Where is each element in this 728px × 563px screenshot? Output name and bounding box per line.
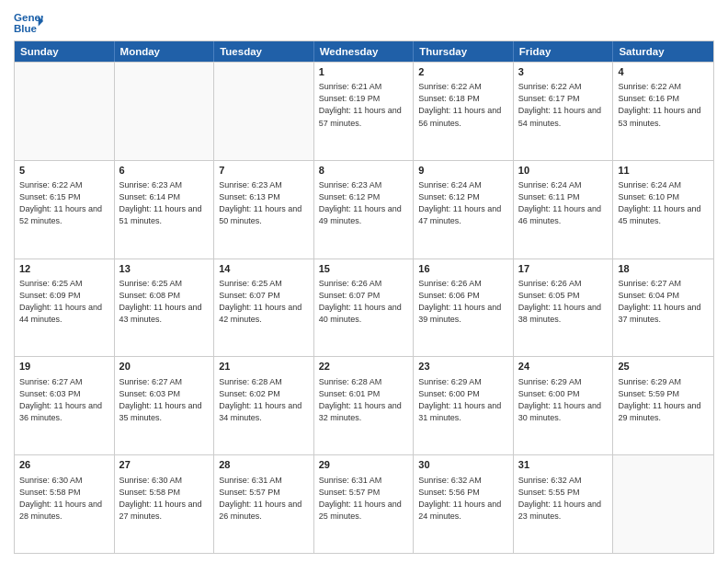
day-number: 17 xyxy=(518,262,609,276)
day-info: Sunrise: 6:27 AM Sunset: 6:03 PM Dayligh… xyxy=(119,376,210,424)
day-cell-31: 31Sunrise: 6:32 AM Sunset: 5:55 PM Dayli… xyxy=(514,455,614,553)
logo: General Blue xyxy=(14,9,47,35)
day-info: Sunrise: 6:26 AM Sunset: 6:06 PM Dayligh… xyxy=(418,278,508,326)
day-number: 22 xyxy=(319,360,409,373)
day-header-thursday: Thursday xyxy=(414,41,514,62)
day-header-sunday: Sunday xyxy=(15,41,115,62)
day-cell-8: 8Sunrise: 6:23 AM Sunset: 6:12 PM Daylig… xyxy=(314,161,415,259)
day-number: 26 xyxy=(19,458,109,472)
day-info: Sunrise: 6:22 AM Sunset: 6:16 PM Dayligh… xyxy=(618,81,709,129)
day-info: Sunrise: 6:23 AM Sunset: 6:14 PM Dayligh… xyxy=(119,179,210,227)
calendar: SundayMondayTuesdayWednesdayThursdayFrid… xyxy=(14,40,714,554)
day-info: Sunrise: 6:24 AM Sunset: 6:10 PM Dayligh… xyxy=(618,179,709,227)
day-number: 21 xyxy=(219,360,309,373)
day-info: Sunrise: 6:23 AM Sunset: 6:13 PM Dayligh… xyxy=(219,179,309,227)
calendar-week-3: 12Sunrise: 6:25 AM Sunset: 6:09 PM Dayli… xyxy=(15,259,713,357)
day-info: Sunrise: 6:24 AM Sunset: 6:12 PM Dayligh… xyxy=(418,179,508,227)
day-cell-7: 7Sunrise: 6:23 AM Sunset: 6:13 PM Daylig… xyxy=(214,161,314,259)
day-number: 4 xyxy=(618,65,709,79)
day-number: 20 xyxy=(119,360,210,373)
day-number: 18 xyxy=(618,262,709,276)
day-info: Sunrise: 6:25 AM Sunset: 6:08 PM Dayligh… xyxy=(119,278,210,326)
day-info: Sunrise: 6:32 AM Sunset: 5:55 PM Dayligh… xyxy=(518,475,609,523)
day-info: Sunrise: 6:23 AM Sunset: 6:12 PM Dayligh… xyxy=(319,179,409,227)
empty-cell xyxy=(15,63,115,160)
day-info: Sunrise: 6:29 AM Sunset: 6:00 PM Dayligh… xyxy=(418,376,508,424)
day-cell-2: 2Sunrise: 6:22 AM Sunset: 6:18 PM Daylig… xyxy=(414,63,514,160)
day-cell-29: 29Sunrise: 6:31 AM Sunset: 5:57 PM Dayli… xyxy=(314,455,415,553)
empty-cell xyxy=(214,63,314,160)
day-header-monday: Monday xyxy=(115,41,215,62)
day-info: Sunrise: 6:25 AM Sunset: 6:09 PM Dayligh… xyxy=(19,278,109,326)
day-info: Sunrise: 6:32 AM Sunset: 5:56 PM Dayligh… xyxy=(418,475,508,523)
day-number: 3 xyxy=(518,65,609,79)
day-header-tuesday: Tuesday xyxy=(214,41,314,62)
day-cell-28: 28Sunrise: 6:31 AM Sunset: 5:57 PM Dayli… xyxy=(214,455,314,553)
day-cell-18: 18Sunrise: 6:27 AM Sunset: 6:04 PM Dayli… xyxy=(613,259,713,357)
day-number: 6 xyxy=(119,164,210,178)
day-number: 15 xyxy=(319,262,409,276)
day-cell-26: 26Sunrise: 6:30 AM Sunset: 5:58 PM Dayli… xyxy=(15,455,115,553)
day-number: 13 xyxy=(119,262,210,276)
day-cell-24: 24Sunrise: 6:29 AM Sunset: 6:00 PM Dayli… xyxy=(514,357,614,454)
day-cell-12: 12Sunrise: 6:25 AM Sunset: 6:09 PM Dayli… xyxy=(15,259,115,357)
day-number: 27 xyxy=(119,458,210,472)
day-info: Sunrise: 6:26 AM Sunset: 6:07 PM Dayligh… xyxy=(319,278,409,326)
day-cell-1: 1Sunrise: 6:21 AM Sunset: 6:19 PM Daylig… xyxy=(314,63,415,160)
day-number: 29 xyxy=(319,458,409,472)
logo-icon: General Blue xyxy=(14,9,43,35)
day-number: 14 xyxy=(219,262,309,276)
day-number: 31 xyxy=(518,458,609,472)
calendar-header-row: SundayMondayTuesdayWednesdayThursdayFrid… xyxy=(15,41,713,62)
day-info: Sunrise: 6:31 AM Sunset: 5:57 PM Dayligh… xyxy=(219,475,309,523)
calendar-page: General Blue SundayMondayTuesdayWednesda… xyxy=(0,0,728,563)
day-number: 2 xyxy=(418,65,508,79)
day-cell-3: 3Sunrise: 6:22 AM Sunset: 6:17 PM Daylig… xyxy=(514,63,614,160)
day-number: 5 xyxy=(19,164,109,178)
day-number: 16 xyxy=(418,262,508,276)
calendar-body: 1Sunrise: 6:21 AM Sunset: 6:19 PM Daylig… xyxy=(15,62,713,553)
day-cell-19: 19Sunrise: 6:27 AM Sunset: 6:03 PM Dayli… xyxy=(15,357,115,454)
day-header-friday: Friday xyxy=(514,41,614,62)
day-cell-22: 22Sunrise: 6:28 AM Sunset: 6:01 PM Dayli… xyxy=(314,357,415,454)
day-info: Sunrise: 6:22 AM Sunset: 6:15 PM Dayligh… xyxy=(19,179,109,227)
day-info: Sunrise: 6:26 AM Sunset: 6:05 PM Dayligh… xyxy=(518,278,609,326)
day-number: 7 xyxy=(219,164,309,178)
day-info: Sunrise: 6:29 AM Sunset: 5:59 PM Dayligh… xyxy=(618,376,709,424)
day-cell-6: 6Sunrise: 6:23 AM Sunset: 6:14 PM Daylig… xyxy=(115,161,215,259)
day-number: 25 xyxy=(618,360,709,373)
day-cell-30: 30Sunrise: 6:32 AM Sunset: 5:56 PM Dayli… xyxy=(414,455,514,553)
day-cell-25: 25Sunrise: 6:29 AM Sunset: 5:59 PM Dayli… xyxy=(613,357,713,454)
day-info: Sunrise: 6:30 AM Sunset: 5:58 PM Dayligh… xyxy=(19,475,109,523)
day-info: Sunrise: 6:22 AM Sunset: 6:18 PM Dayligh… xyxy=(418,81,508,129)
day-info: Sunrise: 6:27 AM Sunset: 6:04 PM Dayligh… xyxy=(618,278,709,326)
day-header-saturday: Saturday xyxy=(613,41,713,62)
day-cell-20: 20Sunrise: 6:27 AM Sunset: 6:03 PM Dayli… xyxy=(115,357,215,454)
day-cell-9: 9Sunrise: 6:24 AM Sunset: 6:12 PM Daylig… xyxy=(414,161,514,259)
day-number: 19 xyxy=(19,360,109,373)
day-info: Sunrise: 6:21 AM Sunset: 6:19 PM Dayligh… xyxy=(319,81,409,129)
empty-cell xyxy=(115,63,215,160)
day-number: 24 xyxy=(518,360,609,373)
day-cell-21: 21Sunrise: 6:28 AM Sunset: 6:02 PM Dayli… xyxy=(214,357,314,454)
day-cell-13: 13Sunrise: 6:25 AM Sunset: 6:08 PM Dayli… xyxy=(115,259,215,357)
day-number: 23 xyxy=(418,360,508,373)
day-cell-16: 16Sunrise: 6:26 AM Sunset: 6:06 PM Dayli… xyxy=(414,259,514,357)
empty-cell xyxy=(613,455,713,553)
day-cell-23: 23Sunrise: 6:29 AM Sunset: 6:00 PM Dayli… xyxy=(414,357,514,454)
day-info: Sunrise: 6:24 AM Sunset: 6:11 PM Dayligh… xyxy=(518,179,609,227)
day-info: Sunrise: 6:27 AM Sunset: 6:03 PM Dayligh… xyxy=(19,376,109,424)
day-number: 9 xyxy=(418,164,508,178)
day-number: 28 xyxy=(219,458,309,472)
day-header-wednesday: Wednesday xyxy=(314,41,415,62)
day-info: Sunrise: 6:25 AM Sunset: 6:07 PM Dayligh… xyxy=(219,278,309,326)
day-cell-17: 17Sunrise: 6:26 AM Sunset: 6:05 PM Dayli… xyxy=(514,259,614,357)
day-number: 10 xyxy=(518,164,609,178)
day-number: 8 xyxy=(319,164,409,178)
day-number: 11 xyxy=(618,164,709,178)
calendar-week-4: 19Sunrise: 6:27 AM Sunset: 6:03 PM Dayli… xyxy=(15,356,713,454)
day-info: Sunrise: 6:28 AM Sunset: 6:01 PM Dayligh… xyxy=(319,376,409,424)
calendar-week-5: 26Sunrise: 6:30 AM Sunset: 5:58 PM Dayli… xyxy=(15,454,713,553)
day-info: Sunrise: 6:22 AM Sunset: 6:17 PM Dayligh… xyxy=(518,81,609,129)
day-cell-10: 10Sunrise: 6:24 AM Sunset: 6:11 PM Dayli… xyxy=(514,161,614,259)
